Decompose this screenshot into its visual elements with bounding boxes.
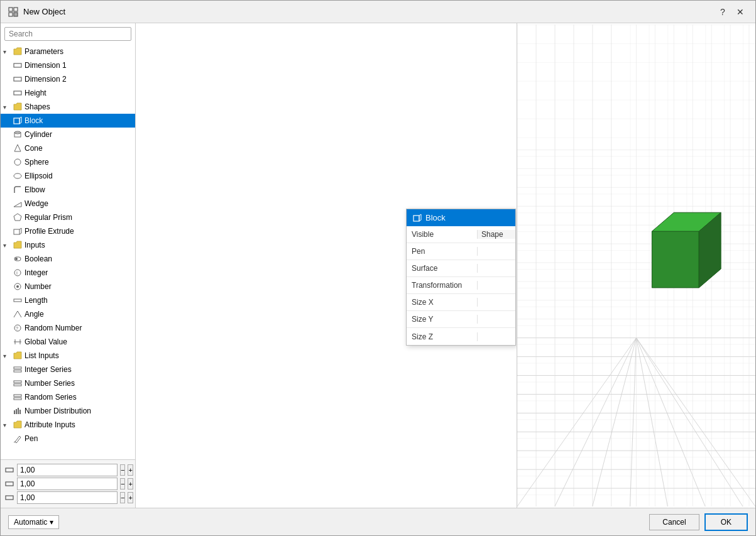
tree-item-pen[interactable]: Pen — [1, 432, 135, 446]
tree-item-number-label: Number — [25, 282, 52, 291]
tree-item-cone[interactable]: Cone — [1, 141, 135, 155]
popup-label-visible: Visible — [407, 230, 478, 239]
folder-shapes-icon — [13, 102, 22, 111]
tree-item-integer-label: Integer — [25, 268, 48, 277]
svg-rect-37 — [18, 408, 19, 414]
dimension1-icon — [13, 61, 22, 70]
left-panel: ▾ Parameters Dimension 1 Dime — [1, 23, 136, 508]
tree-item-block-label: Block — [25, 116, 43, 125]
svg-rect-23 — [14, 299, 21, 302]
tree-group-parameters[interactable]: ▾ Parameters — [1, 45, 135, 58]
spin-minus-1[interactable]: − — [120, 464, 125, 476]
popup-row-size-x[interactable]: Size X — [407, 294, 515, 311]
svg-marker-15 — [14, 214, 21, 221]
expand-parameters-icon: ▾ — [3, 48, 11, 55]
expand-list-inputs-icon: ▾ — [3, 353, 11, 359]
ellipsoid-icon — [13, 172, 22, 180]
tree-item-length[interactable]: Length — [1, 293, 135, 307]
popup-label-pen: Pen — [407, 247, 478, 256]
int-series-icon — [13, 365, 22, 374]
tree-scroll: ▾ Parameters Dimension 1 Dime — [1, 45, 135, 459]
popup-label-size-y: Size Y — [407, 315, 478, 324]
popup-row-size-z[interactable]: Size Z — [407, 328, 515, 345]
svg-rect-40 — [6, 468, 13, 472]
dim-input-3[interactable] — [17, 491, 118, 504]
dim-input-1[interactable] — [17, 464, 118, 476]
tree-item-wedge-label: Wedge — [25, 199, 48, 208]
tree-item-sphere[interactable]: Sphere — [1, 155, 135, 169]
tree-item-boolean[interactable]: Boolean — [1, 252, 135, 266]
dim-input-2[interactable] — [17, 478, 118, 490]
tree-group-attribute-inputs[interactable]: ▾ Attribute Inputs — [1, 418, 135, 432]
tree-item-ellipsoid[interactable]: Ellipsoid — [1, 169, 135, 183]
svg-rect-41 — [6, 482, 13, 486]
close-button[interactable]: ✕ — [733, 4, 748, 19]
spin-plus-1[interactable]: + — [128, 464, 133, 476]
tree-item-integer[interactable]: I Integer — [1, 266, 135, 280]
svg-rect-6 — [14, 91, 21, 95]
svg-rect-31 — [14, 381, 21, 383]
svg-rect-1 — [14, 8, 18, 11]
spin-minus-2[interactable]: − — [120, 478, 125, 490]
tree-item-random-series[interactable]: Random Series — [1, 390, 135, 404]
tree-item-global-value[interactable]: Global Value — [1, 335, 135, 349]
tree-item-number-series-label: Number Series — [25, 379, 75, 388]
tree-group-list-inputs[interactable]: ▾ List Inputs — [1, 349, 135, 363]
tree-item-regular-prism[interactable]: Regular Prism — [1, 211, 135, 224]
svg-rect-36 — [16, 409, 17, 414]
dim-icon-2 — [4, 479, 14, 489]
svg-rect-30 — [14, 370, 21, 372]
number-icon — [13, 282, 22, 291]
tree-item-number-distribution-label: Number Distribution — [25, 407, 91, 415]
popup-row-surface[interactable]: Surface — [407, 260, 515, 277]
spin-minus-3[interactable]: − — [120, 492, 125, 503]
popup-row-visible[interactable]: Visible Shape — [407, 226, 515, 243]
svg-text:I: I — [16, 271, 18, 275]
tree-item-dimension1-label: Dimension 1 — [25, 61, 67, 70]
svg-rect-3 — [14, 13, 18, 16]
ok-button[interactable]: OK — [704, 513, 748, 531]
tree-item-angle[interactable]: Angle — [1, 307, 135, 321]
dropdown-button[interactable]: Automatic ▾ — [8, 515, 59, 529]
boolean-icon — [13, 254, 22, 263]
tree-item-number-distribution[interactable]: Number Distribution — [1, 404, 135, 418]
tree-item-integer-series[interactable]: Integer Series — [1, 363, 135, 376]
input-row-2: − + — [4, 478, 131, 490]
window-title: New Object — [23, 7, 65, 16]
svg-marker-86 — [652, 231, 699, 288]
popup-row-size-y[interactable]: Size Y — [407, 311, 515, 328]
tree-group-inputs[interactable]: ▾ Inputs — [1, 238, 135, 252]
tree-group-shapes[interactable]: ▾ Shapes — [1, 100, 135, 114]
tree-item-dimension2[interactable]: Dimension 2 — [1, 72, 135, 86]
tree-item-height[interactable]: Height — [1, 86, 135, 100]
cancel-button[interactable]: Cancel — [649, 514, 699, 530]
popup-label-surface: Surface — [407, 264, 478, 273]
svg-point-18 — [15, 258, 18, 260]
list-inputs-label: List Inputs — [25, 351, 59, 360]
help-button[interactable]: ? — [715, 4, 730, 19]
tree-item-elbow[interactable]: Elbow — [1, 183, 135, 197]
popup-row-transformation[interactable]: Transformation — [407, 277, 515, 294]
svg-point-12 — [14, 159, 21, 165]
svg-rect-34 — [14, 398, 21, 400]
shapes-label: Shapes — [25, 102, 50, 111]
integer-icon: I — [13, 268, 22, 277]
tree-item-number[interactable]: Number — [1, 280, 135, 293]
spin-plus-3[interactable]: + — [128, 492, 133, 503]
spin-plus-2[interactable]: + — [128, 478, 133, 490]
tree-item-random-number[interactable]: ? Random Number — [1, 321, 135, 335]
search-input[interactable] — [4, 27, 131, 41]
popup-label-size-x: Size X — [407, 298, 478, 307]
popup-title: Block — [425, 213, 446, 222]
tree-item-number-series[interactable]: Number Series — [1, 376, 135, 390]
tree-item-profile-extrude[interactable]: Profile Extrude — [1, 224, 135, 238]
tree-item-cylinder[interactable]: Cylinder — [1, 128, 135, 141]
extrude-icon — [13, 227, 22, 236]
tree-item-dimension1[interactable]: Dimension 1 — [1, 58, 135, 72]
svg-rect-0 — [9, 8, 13, 11]
popup-row-pen[interactable]: Pen — [407, 243, 515, 260]
footer-left: Automatic ▾ — [8, 515, 59, 529]
tree-item-wedge[interactable]: Wedge — [1, 197, 135, 211]
tree-item-block[interactable]: Block — [1, 114, 135, 128]
dim-icon-3 — [4, 493, 14, 503]
